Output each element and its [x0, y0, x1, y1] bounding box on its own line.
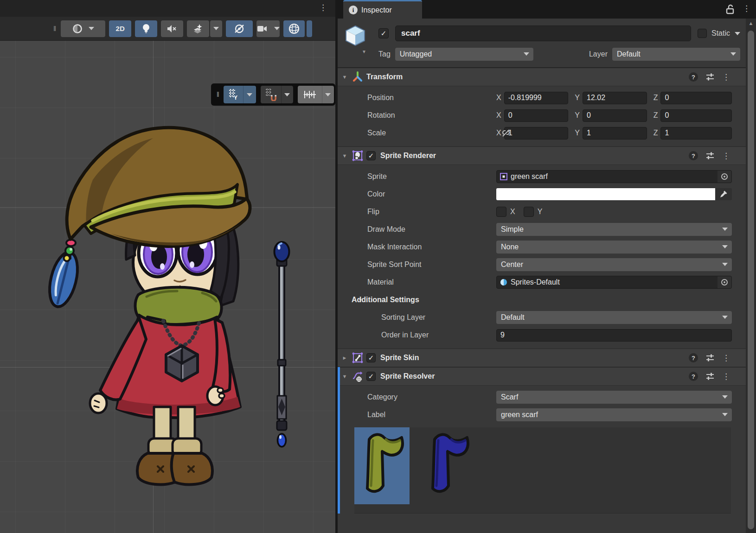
- rotation-x-field[interactable]: 0: [504, 109, 569, 122]
- character-sprite[interactable]: [45, 127, 250, 484]
- sprite-skin-kebab-icon[interactable]: ⋮: [722, 353, 730, 363]
- scene-lighting-toggle[interactable]: [135, 20, 157, 37]
- color-swatch[interactable]: [496, 188, 715, 200]
- scale-z-field[interactable]: 1: [660, 127, 732, 140]
- grid-snapping-dropdown[interactable]: [281, 86, 293, 103]
- inspector-menu-kebab-icon[interactable]: ⋮: [743, 4, 750, 13]
- sprite-skin-foldout[interactable]: ►: [338, 355, 352, 361]
- hidden-objects-toggle[interactable]: [226, 20, 253, 37]
- label-dropdown[interactable]: green scarf: [496, 408, 732, 421]
- flip-y-checkbox[interactable]: [524, 207, 534, 217]
- sprite-skin-header[interactable]: ► ✓ Sprite Skin ?: [338, 349, 746, 367]
- additional-settings-row[interactable]: ▼ Additional Settings: [338, 291, 746, 309]
- help-icon[interactable]: ?: [689, 372, 698, 381]
- sprite-renderer-enabled-checkbox[interactable]: ✓: [366, 151, 376, 160]
- order-in-layer-field[interactable]: 9: [496, 329, 732, 342]
- sprite-resolver-enabled-checkbox[interactable]: ✓: [366, 372, 376, 381]
- eyedropper-icon: [719, 190, 728, 198]
- flip-x-checkbox[interactable]: [496, 207, 506, 217]
- scale-x-field[interactable]: 1: [504, 127, 569, 140]
- sprite-renderer-foldout[interactable]: ▼: [338, 153, 352, 159]
- snap-increment-dropdown[interactable]: [322, 86, 334, 103]
- eyedropper-button[interactable]: [715, 188, 732, 200]
- help-icon[interactable]: ?: [689, 353, 698, 362]
- static-checkbox[interactable]: [698, 29, 707, 38]
- material-object-field[interactable]: Sprites-Default: [496, 276, 732, 289]
- gizmos-dropdown-button[interactable]: [307, 20, 312, 37]
- order-in-layer-label: Order in Layer: [367, 331, 496, 339]
- inspector-scrollbar[interactable]: ▲: [746, 19, 756, 533]
- staff-sprite[interactable]: [275, 242, 289, 447]
- effects-toggle[interactable]: [187, 20, 209, 37]
- presets-icon[interactable]: [705, 354, 715, 362]
- position-z-field[interactable]: 0: [660, 92, 732, 104]
- rotation-z-field[interactable]: 0: [660, 109, 732, 122]
- tab-inspector[interactable]: i Inspector: [343, 0, 422, 19]
- scene-viewport[interactable]: ‖ Y: [0, 41, 335, 533]
- presets-icon[interactable]: [705, 73, 715, 81]
- camera-icon: [257, 25, 268, 33]
- sprite-resolver-header[interactable]: ▼ ✓ Sprite Resolver ?: [338, 367, 746, 386]
- sprite-renderer-header[interactable]: ▼ ✓ Sprite Renderer ?: [338, 146, 746, 165]
- effects-dropdown-button[interactable]: [210, 20, 222, 37]
- green-scarf-thumbnail[interactable]: [354, 427, 410, 504]
- position-x-field[interactable]: -0.819999: [504, 92, 569, 104]
- overlay-drag-handle[interactable]: ‖: [217, 91, 219, 98]
- presets-icon[interactable]: [705, 372, 715, 381]
- sorting-layer-dropdown[interactable]: Default: [496, 311, 732, 324]
- broken-link-icon[interactable]: [501, 129, 511, 137]
- static-dropdown-arrow[interactable]: [735, 32, 740, 35]
- draw-mode-row: Draw Mode Simple: [338, 221, 746, 238]
- sprite-renderer-icon: [352, 150, 364, 161]
- shading-mode-button[interactable]: [61, 20, 105, 37]
- snap-increment-button[interactable]: [298, 86, 322, 103]
- unlock-icon[interactable]: [725, 4, 735, 14]
- sprite-resolver-component: ▼ ✓ Sprite Resolver ?: [338, 367, 746, 514]
- tag-dropdown[interactable]: Untagged: [395, 48, 533, 61]
- grid-visibility-button[interactable]: Y: [224, 86, 243, 103]
- transform-kebab-icon[interactable]: ⋮: [722, 72, 730, 82]
- active-checkbox[interactable]: ✓: [378, 28, 389, 38]
- scene-menu-kebab-icon[interactable]: ⋮: [319, 3, 327, 13]
- snap-increment-ruler-icon: [303, 89, 317, 100]
- scrollbar-thumb[interactable]: [748, 31, 754, 529]
- transform-title: Transform: [366, 73, 403, 81]
- toolbar-drag-handle[interactable]: ‖: [53, 25, 56, 32]
- presets-icon[interactable]: [705, 152, 715, 160]
- sprite-renderer-kebab-icon[interactable]: ⋮: [722, 151, 730, 161]
- inspector-tab-label: Inspector: [361, 6, 392, 14]
- rotation-y-field[interactable]: 0: [583, 109, 647, 122]
- sprite-skin-enabled-checkbox[interactable]: ✓: [366, 353, 376, 362]
- sprite-object-field[interactable]: green scarf: [496, 170, 732, 183]
- material-object-picker[interactable]: [718, 276, 731, 288]
- layer-dropdown[interactable]: Default: [612, 48, 740, 61]
- sprite-sort-point-dropdown[interactable]: Center: [496, 258, 732, 271]
- mask-interaction-dropdown[interactable]: None: [496, 241, 732, 254]
- gizmos-toggle[interactable]: [283, 20, 305, 37]
- transform-foldout[interactable]: ▼: [338, 74, 352, 80]
- category-dropdown[interactable]: Scarf: [496, 391, 732, 404]
- gameobject-name-field[interactable]: scarf: [395, 25, 691, 41]
- additional-settings-label: Additional Settings: [352, 296, 732, 304]
- gameobject-header: ▼ ✓ scarf Static Tag Untagged: [338, 19, 746, 68]
- transform-header[interactable]: ▼ Transform ?: [338, 68, 746, 86]
- dropdown-arrow-icon: [325, 93, 331, 96]
- inspector-content: ▼ ✓ scarf Static Tag Untagged: [338, 19, 746, 514]
- help-icon[interactable]: ?: [689, 72, 698, 82]
- scale-y-field[interactable]: 1: [583, 127, 647, 140]
- scene-camera-button[interactable]: [256, 20, 280, 37]
- grid-visibility-dropdown[interactable]: [243, 86, 256, 103]
- grid-snapping-button[interactable]: [261, 86, 281, 103]
- sprite-resolver-kebab-icon[interactable]: ⋮: [722, 372, 730, 381]
- gameobject-cube-icon[interactable]: [344, 24, 366, 47]
- scroll-up-arrow[interactable]: ▲: [746, 20, 756, 26]
- gameobject-icon-foldout[interactable]: ▼: [362, 49, 366, 54]
- draw-mode-dropdown[interactable]: Simple: [496, 223, 732, 236]
- blue-scarf-thumbnail[interactable]: [420, 427, 475, 504]
- sprite-object-picker[interactable]: [718, 171, 731, 183]
- dropdown-arrow-icon: [722, 316, 728, 319]
- 2d-mode-toggle[interactable]: 2D: [109, 20, 131, 37]
- position-y-field[interactable]: 12.02: [583, 92, 647, 104]
- help-icon[interactable]: ?: [689, 151, 698, 160]
- audio-mute-toggle[interactable]: [161, 20, 183, 37]
